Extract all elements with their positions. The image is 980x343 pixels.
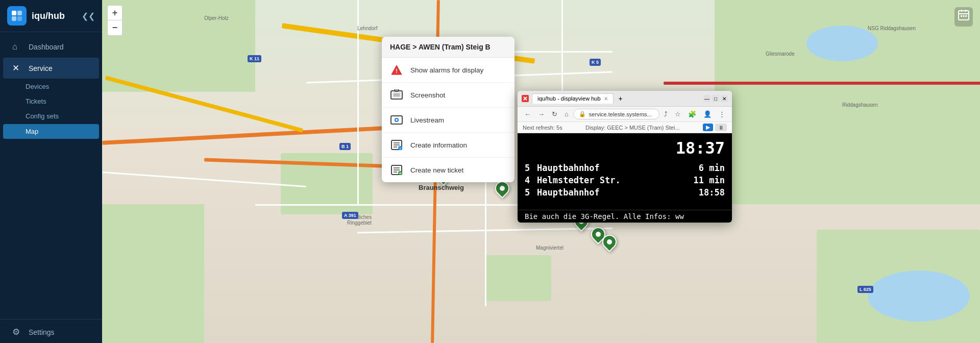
display-titlebar: iqu/hub - displayview hub ✕ + — □ ✕ bbox=[518, 91, 732, 107]
sidebar-item-config-sets[interactable]: Config sets bbox=[0, 109, 102, 124]
svg-rect-1 bbox=[17, 11, 22, 15]
water-1 bbox=[868, 271, 970, 322]
map-pin-4[interactable] bbox=[495, 181, 509, 195]
new-tab-button[interactable]: + bbox=[615, 93, 627, 104]
sidebar-item-dashboard[interactable]: ⌂ Dashboard bbox=[3, 37, 99, 57]
zoom-controls: + − bbox=[107, 5, 122, 36]
wrench-icon: ✕ bbox=[12, 63, 22, 74]
road-w4 bbox=[102, 172, 306, 187]
address-bar[interactable]: 🔒 service.teleste.systems... bbox=[573, 109, 659, 119]
tickets-label: Tickets bbox=[26, 97, 46, 105]
screenshot-label: Screenshot bbox=[410, 91, 445, 99]
back-button[interactable]: ← bbox=[522, 109, 533, 119]
time-2: 11 min bbox=[694, 175, 725, 185]
display-screen: 18:37 5 Hauptbahnhof 6 min 4 Helmstedter… bbox=[518, 133, 732, 210]
menu-item-screenshot[interactable]: Screenshot bbox=[382, 83, 514, 108]
address-text: service.teleste.systems... bbox=[589, 111, 652, 117]
sidebar-item-settings[interactable]: ⚙ Settings bbox=[3, 322, 99, 342]
sidebar-item-devices[interactable]: Devices bbox=[0, 79, 102, 94]
extensions-button[interactable]: 🧩 bbox=[685, 109, 699, 119]
sidebar-item-tickets[interactable]: Tickets bbox=[0, 94, 102, 109]
minimize-button[interactable]: — bbox=[703, 95, 710, 102]
context-menu: HAGE > AWEN (Tram) Steig B ! Show alarms… bbox=[382, 37, 514, 182]
dest-3: Hauptbahnhof bbox=[537, 187, 694, 198]
highway-a391: A 391 bbox=[342, 212, 358, 219]
show-alarms-label: Show alarms for display bbox=[410, 66, 483, 74]
maximize-button[interactable]: □ bbox=[712, 95, 719, 102]
road-red bbox=[664, 82, 980, 85]
display-play-button[interactable]: ▶ bbox=[703, 124, 713, 131]
tab-close-button[interactable]: ✕ bbox=[604, 96, 608, 102]
bookmark-button[interactable]: ☆ bbox=[672, 109, 683, 119]
calendar-icon[interactable] bbox=[954, 7, 973, 27]
zoom-in-button[interactable]: + bbox=[107, 5, 122, 20]
create-ticket-icon: + bbox=[390, 163, 403, 177]
display-pause-button[interactable]: ⏸ bbox=[715, 124, 727, 131]
settings-label: Settings bbox=[29, 328, 55, 336]
context-menu-title: HAGE > AWEN (Tram) Steig B bbox=[382, 37, 514, 58]
svg-point-12 bbox=[396, 119, 398, 121]
user-button[interactable]: 👤 bbox=[701, 109, 714, 119]
svg-rect-31 bbox=[961, 15, 962, 17]
display-window: iqu/hub - displayview hub ✕ + — □ ✕ ← → … bbox=[518, 91, 732, 223]
time-3: 18:58 bbox=[694, 187, 725, 198]
display-tabs: iqu/hub - displayview hub ✕ + bbox=[522, 93, 700, 104]
label-lehndorf: Lehndorf bbox=[357, 26, 377, 31]
highway-b1: B 1 bbox=[339, 143, 351, 150]
livestream-label: Livestream bbox=[410, 116, 444, 124]
brand-icon bbox=[522, 95, 529, 102]
green-zone-6 bbox=[485, 255, 551, 301]
reload-button[interactable]: ↻ bbox=[549, 109, 560, 119]
livestream-icon bbox=[390, 113, 403, 127]
highway-k11: K 11 bbox=[248, 55, 261, 62]
dashboard-icon: ⌂ bbox=[12, 42, 22, 52]
highway-l625: L 625 bbox=[857, 286, 873, 293]
highway-k5: K 5 bbox=[590, 59, 601, 66]
share-button[interactable]: ⤴ bbox=[662, 109, 670, 119]
city-label-braunschweig: Braunschweig bbox=[419, 184, 464, 191]
display-row-1: 5 Hauptbahnhof 6 min bbox=[525, 162, 725, 174]
map-label: Map bbox=[26, 128, 38, 135]
display-tab-active[interactable]: iqu/hub - displayview hub ✕ bbox=[532, 93, 614, 104]
menu-item-show-alarms[interactable]: ! Show alarms for display bbox=[382, 58, 514, 83]
map-area[interactable]: Braunschweig Lehndorf Nordstadt Westlich… bbox=[102, 0, 980, 343]
zoom-out-button[interactable]: − bbox=[107, 20, 122, 36]
main-nav: ⌂ Dashboard ✕ Service Devices Tickets Co… bbox=[0, 32, 102, 143]
display-row-2: 4 Helmstedter Str. 11 min bbox=[525, 174, 725, 186]
sidebar-item-map[interactable]: Map bbox=[3, 124, 99, 139]
label-magniviertel: Magniviertel bbox=[536, 245, 564, 251]
home-button[interactable]: ⌂ bbox=[562, 109, 571, 119]
label-gliesmarode: Gliesmarode bbox=[766, 51, 795, 57]
collapse-button[interactable]: ❮❮ bbox=[82, 11, 95, 21]
svg-rect-33 bbox=[965, 15, 967, 17]
svg-text:+: + bbox=[399, 171, 402, 176]
forward-button[interactable]: → bbox=[535, 109, 547, 119]
sidebar-bottom: ⚙ Settings bbox=[0, 317, 102, 343]
dest-1: Hauptbahnhof bbox=[537, 163, 694, 173]
sidebar-item-service[interactable]: ✕ Service bbox=[3, 58, 99, 79]
devices-label: Devices bbox=[26, 83, 49, 90]
green-zone bbox=[102, 0, 255, 92]
sidebar: iqu/hub ❮❮ ⌂ Dashboard ✕ Service Devices… bbox=[0, 0, 102, 343]
display-time: 18:37 bbox=[525, 138, 725, 158]
display-toolbar: ← → ↻ ⌂ 🔒 service.teleste.systems... ⤴ ☆… bbox=[518, 107, 732, 122]
svg-text:!: ! bbox=[396, 68, 398, 74]
svg-rect-0 bbox=[12, 11, 16, 15]
map-pin-8[interactable] bbox=[602, 235, 617, 249]
dashboard-label: Dashboard bbox=[29, 43, 64, 51]
divider bbox=[0, 319, 102, 320]
label-riddagshausen: Riddagshausen bbox=[842, 102, 878, 108]
svg-rect-8 bbox=[394, 93, 400, 96]
close-button[interactable]: ✕ bbox=[721, 95, 728, 102]
menu-item-livestream[interactable]: Livestream bbox=[382, 108, 514, 133]
config-sets-label: Config sets bbox=[26, 112, 59, 120]
info-controls: ▶ ⏸ bbox=[703, 124, 727, 131]
dest-2: Helmstedter Str. bbox=[537, 175, 694, 185]
lock-icon: 🔒 bbox=[579, 111, 586, 117]
menu-item-create-ticket[interactable]: + Create new ticket bbox=[382, 158, 514, 182]
line-num-2: 4 bbox=[525, 175, 537, 185]
svg-rect-3 bbox=[17, 16, 22, 21]
menu-item-create-info[interactable]: i Create information bbox=[382, 133, 514, 158]
menu-button[interactable]: ⋮ bbox=[716, 109, 728, 119]
app-title: iqu/hub bbox=[32, 11, 77, 21]
